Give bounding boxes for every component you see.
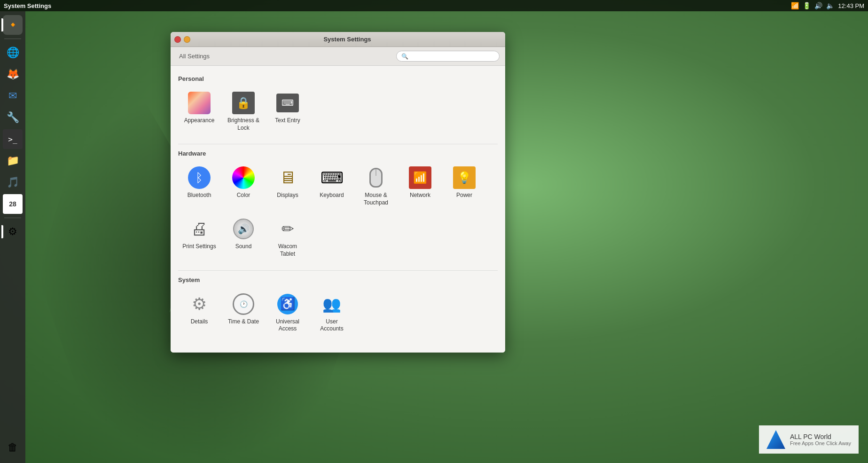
power-icon: 💡 (453, 166, 476, 189)
topbar-title: System Settings (4, 2, 51, 9)
setting-item-sound[interactable]: 🔊 Sound (222, 213, 265, 262)
launcher-item-settings[interactable]: ⚙ (3, 222, 23, 242)
details-icon: ⚙ (188, 293, 211, 315)
personal-section-title: Personal (178, 75, 498, 82)
launcher-item-calendar[interactable]: 28 (3, 194, 23, 214)
mouse-label: Mouse & Touchpad (359, 192, 393, 206)
clock: 12:43 PM (838, 2, 864, 9)
topbar: System Settings 📶 🔋 🔊 🔈 12:43 PM (0, 0, 868, 11)
launcher-item-rhythmbox[interactable]: 🎵 (3, 173, 23, 192)
search-bar: 🔍 (396, 51, 500, 62)
setting-item-brightness[interactable]: 🔒 Brightness & Lock (222, 87, 265, 136)
setting-item-timedate[interactable]: 🕐 Time & Date (222, 288, 265, 337)
launcher-item-trash[interactable]: 🗑 (3, 438, 23, 457)
keyboard-icon: ⌨ (321, 166, 343, 189)
battery-icon: 🔋 (803, 2, 811, 9)
universal-icon: ♿ (276, 293, 299, 315)
window-title: System Settings (193, 36, 501, 43)
bluetooth-label: Bluetooth (188, 192, 211, 199)
setting-item-color[interactable]: Color (222, 162, 265, 211)
window-content: All Settings 🔍 Personal Appearance (171, 47, 505, 353)
launcher-item-firefox[interactable]: 🦊 (3, 64, 23, 84)
launcher-item-chromium[interactable]: 🌐 (3, 43, 23, 63)
volume-icon: 🔈 (826, 2, 834, 9)
window-toolbar: All Settings 🔍 (171, 47, 505, 66)
print-icon: 🖨 (188, 218, 211, 240)
watermark-logo (766, 430, 785, 449)
watermark: ALL PC World Free Apps One Click Away (759, 425, 859, 454)
users-label: User Accounts (314, 318, 349, 333)
launcher-separator-2 (4, 218, 21, 218)
setting-item-wacom[interactable]: ✏ Wacom Tablet (266, 213, 309, 262)
system-settings-window: System Settings All Settings 🔍 Personal (171, 32, 505, 353)
desktop: System Settings 📶 🔋 🔊 🔈 12:43 PM 🔸 🌐 🦊 ✉… (0, 0, 868, 463)
search-icon: 🔍 (401, 53, 408, 60)
brightness-label: Brightness & Lock (226, 117, 261, 132)
appearance-label: Appearance (184, 117, 215, 125)
window-close-button[interactable] (174, 36, 181, 43)
color-label: Color (237, 192, 250, 199)
users-icon: 👥 (321, 293, 343, 315)
timedate-label: Time & Date (228, 318, 259, 326)
launcher-item-tools[interactable]: 🔧 (3, 108, 23, 127)
setting-item-power[interactable]: 💡 Power (443, 162, 485, 211)
setting-item-displays[interactable]: 🖥 Displays (266, 162, 309, 211)
personal-items-grid: Appearance 🔒 Brightness & Lock ⌨ Text En… (178, 87, 498, 136)
text-entry-icon: ⌨ (276, 92, 299, 114)
setting-item-network[interactable]: 📶 Network (399, 162, 441, 211)
setting-item-text-entry[interactable]: ⌨ Text Entry (266, 87, 309, 136)
system-section-title: System (178, 276, 498, 283)
launcher-item-thunderbird[interactable]: ✉ (3, 86, 23, 106)
brightness-icon: 🔒 (232, 92, 255, 114)
setting-item-bluetooth[interactable]: ᛒ Bluetooth (178, 162, 220, 211)
text-entry-label: Text Entry (275, 117, 300, 125)
setting-item-print[interactable]: 🖨 Print Settings (178, 213, 220, 262)
bluetooth-icon: ᛒ (188, 166, 211, 189)
sound-icon: 🔊 (232, 218, 255, 240)
setting-item-mouse[interactable]: Mouse & Touchpad (355, 162, 397, 211)
audio-icon: 🔊 (814, 2, 822, 9)
hardware-divider (178, 270, 498, 271)
personal-divider (178, 144, 498, 144)
topbar-right: 📶 🔋 🔊 🔈 12:43 PM (791, 2, 864, 9)
launcher-item-files[interactable]: 📁 (3, 151, 23, 171)
network-label: Network (410, 192, 430, 199)
color-icon (232, 166, 255, 189)
topbar-left: System Settings (4, 2, 51, 9)
launcher-item-ubuntu[interactable]: 🔸 (3, 15, 23, 35)
setting-item-universal[interactable]: ♿ Universal Access (266, 288, 309, 337)
universal-label: Universal Access (270, 318, 305, 333)
watermark-subtitle: Free Apps One Click Away (790, 440, 851, 446)
launcher-item-terminal[interactable]: >_ (3, 129, 23, 149)
hardware-section-title: Hardware (178, 150, 498, 157)
power-label: Power (456, 192, 472, 199)
mouse-icon (365, 166, 387, 189)
sound-label: Sound (235, 243, 252, 251)
appearance-icon (188, 92, 211, 114)
hardware-items-grid: ᛒ Bluetooth Color 🖥 Displays (178, 162, 498, 262)
settings-body: Personal Appearance 🔒 Brightness & Lock (171, 66, 505, 353)
details-label: Details (191, 318, 208, 326)
search-input[interactable] (411, 53, 494, 60)
watermark-text-container: ALL PC World Free Apps One Click Away (790, 433, 851, 446)
system-items-grid: ⚙ Details 🕐 Time & Date ♿ (178, 288, 498, 337)
wacom-label: Wacom Tablet (270, 243, 305, 258)
setting-item-appearance[interactable]: Appearance (178, 87, 220, 136)
wacom-icon: ✏ (276, 218, 299, 240)
window-titlebar: System Settings (171, 32, 505, 47)
launcher-separator-1 (4, 39, 21, 39)
timedate-icon: 🕐 (232, 293, 255, 315)
setting-item-users[interactable]: 👥 User Accounts (311, 288, 353, 337)
window-minimize-button[interactable] (184, 36, 190, 43)
setting-item-keyboard[interactable]: ⌨ Keyboard (311, 162, 353, 211)
wifi-icon: 📶 (791, 2, 799, 9)
displays-label: Displays (277, 192, 298, 199)
launcher: 🔸 🌐 🦊 ✉ 🔧 >_ 📁 🎵 28 ⚙ 🗑 (0, 11, 25, 463)
setting-item-details[interactable]: ⚙ Details (178, 288, 220, 337)
network-icon: 📶 (409, 166, 431, 189)
print-label: Print Settings (182, 243, 216, 251)
displays-icon: 🖥 (276, 166, 299, 189)
keyboard-label: Keyboard (320, 192, 344, 199)
watermark-title: ALL PC World (790, 433, 851, 440)
all-settings-button[interactable]: All Settings (176, 52, 212, 61)
